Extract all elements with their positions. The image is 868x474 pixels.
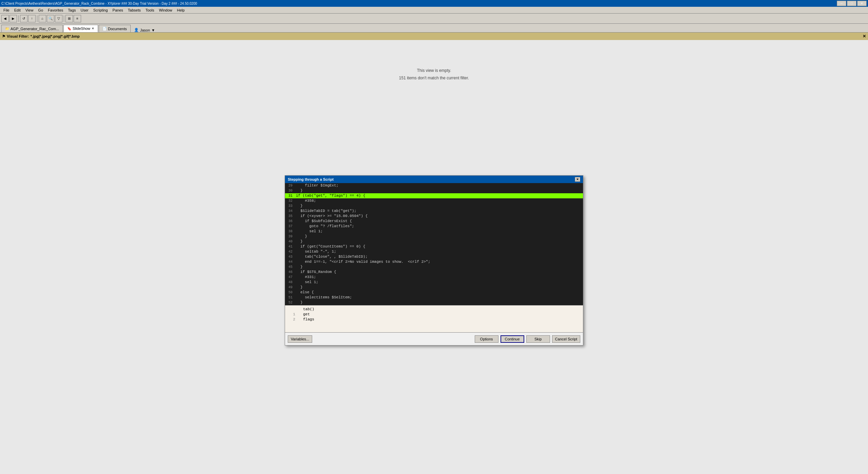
maximize-button[interactable]: □ [847, 1, 856, 6]
line-number: 48 [285, 280, 295, 285]
line-content: #331; [295, 275, 583, 280]
menu-item-tools[interactable]: Tools [144, 8, 156, 13]
line-content: } [295, 264, 583, 270]
title-bar-controls: ─ □ ✕ [837, 1, 867, 6]
line-content: } [295, 188, 583, 193]
code-line-39: 39 } [285, 234, 583, 239]
line-content: if $SubfoldersExist { [295, 219, 583, 224]
tab-slideshow[interactable]: 🔖 SlideShow ✕ [63, 25, 98, 32]
variables-button[interactable]: Variables... [288, 335, 312, 343]
tab-slideshow-close[interactable]: ✕ [92, 27, 94, 30]
tab-xyplorer[interactable]: 📁 AGP_Generator_Rac_Com... [1, 25, 63, 32]
line-number: 51 [285, 295, 295, 300]
code-line-44: 44 end 1==-1, "<crlf 2>No valid images t… [285, 259, 583, 264]
line-number: 45 [285, 264, 295, 270]
skip-button[interactable]: Skip [526, 335, 550, 343]
title-bar: C:\Client Projects\Aethera\Renders\AGP_G… [0, 0, 868, 7]
toolbar-sort-btn[interactable]: ≡ [74, 15, 81, 22]
line-number: 36 [285, 219, 295, 224]
code-line-40: 40 } [285, 239, 583, 244]
bottom-line-content: tab() [297, 307, 314, 312]
toolbar-up-btn[interactable]: ↑ [28, 15, 36, 22]
code-editor[interactable]: 29 filter $ImgExt;30 }31if (tab("get", "… [285, 183, 583, 305]
toolbar: ◀ ▶ ↺ ↑ ⌂ 🔍 ▽ ⊞ ≡ [0, 14, 868, 24]
filter-label: Visual Filter: [7, 34, 29, 38]
toolbar-filter-btn[interactable]: ▽ [55, 15, 62, 22]
code-line-29: 29 filter $ImgExt; [285, 183, 583, 188]
line-content: sel 1; [295, 229, 583, 234]
line-number: 43 [285, 254, 295, 259]
code-line-47: 47 #331; [285, 275, 583, 280]
code-line-37: 37 goto "? /flatfiles"; [285, 224, 583, 229]
toolbar-view-btn[interactable]: ⊞ [65, 15, 73, 22]
user-area: 👤 Jason ▼ [134, 28, 155, 32]
line-content: } [295, 234, 583, 239]
tab-bar: 📁 AGP_Generator_Rac_Com... 🔖 SlideShow ✕… [0, 24, 868, 33]
title-bar-text: C:\Client Projects\Aethera\Renders\AGP_G… [1, 2, 837, 5]
line-content: seltab "-", 1; [295, 249, 583, 254]
toolbar-forward-btn[interactable]: ▶ [10, 15, 17, 22]
code-line-45: 45 } [285, 264, 583, 270]
cancel-script-button[interactable]: Cancel Script [552, 335, 580, 343]
dialog-footer: Variables... Options Continue Skip Cance… [285, 332, 583, 345]
tab-xyplorer-label: AGP_Generator_Rac_Com... [11, 27, 59, 31]
code-line-34: 34 $SlideTabID = tab("get"); [285, 209, 583, 214]
line-number: 30 [285, 188, 295, 193]
menu-item-tags[interactable]: Tags [66, 8, 78, 13]
line-content: } [295, 239, 583, 244]
toolbar-sep-1 [18, 15, 19, 22]
bottom-line-content: flags [297, 317, 314, 322]
menu-item-go[interactable]: Go [36, 8, 45, 13]
code-line-33: 33 } [285, 203, 583, 209]
line-number: 40 [285, 239, 295, 244]
menu-item-tabsets[interactable]: Tabsets [126, 8, 143, 13]
menu-item-edit[interactable]: Edit [12, 8, 23, 13]
tab-slideshow-label: SlideShow [73, 26, 90, 31]
menu-item-view[interactable]: View [23, 8, 36, 13]
menu-item-file[interactable]: File [1, 8, 12, 13]
menu-item-panes[interactable]: Panes [111, 8, 125, 13]
menu-item-window[interactable]: Window [157, 8, 174, 13]
line-content: goto "? /flatfiles"; [295, 224, 583, 229]
code-line-50: 50 else { [285, 290, 583, 295]
code-line-32: 32 #358; [285, 198, 583, 203]
line-number: 38 [285, 229, 295, 234]
main-content: This view is empty. 151 items don't matc… [0, 40, 868, 474]
code-line-38: 38 sel 1; [285, 229, 583, 234]
line-content: filter $ImgExt; [295, 183, 583, 188]
line-number: 33 [285, 203, 295, 209]
line-content: if (get("CountItems") == 0) { [295, 244, 583, 249]
line-content: selectitems $SelItem; [295, 295, 583, 300]
filter-close-button[interactable]: ✕ [863, 34, 866, 39]
line-content: #358; [295, 198, 583, 203]
menu-item-favorites[interactable]: Favorites [46, 8, 65, 13]
toolbar-back-btn[interactable]: ◀ [1, 15, 9, 22]
line-content: if (tab("get", "flags") == 4) { [295, 193, 583, 198]
code-line-46: 46 if $STG_Random { [285, 270, 583, 275]
menu-item-user[interactable]: User [79, 8, 91, 13]
code-line-35: 35 if (<xyver> >= "15.00.0504") { [285, 214, 583, 219]
minimize-button[interactable]: ─ [837, 1, 846, 6]
options-button[interactable]: Options [475, 335, 498, 343]
line-content: } [295, 203, 583, 209]
dialog-close-button[interactable]: ✕ [575, 177, 580, 182]
line-content: tab("close", , $SlideTabID); [295, 254, 583, 259]
toolbar-home-btn[interactable]: ⌂ [39, 15, 46, 22]
close-window-button[interactable]: ✕ [857, 1, 867, 6]
menu-item-scripting[interactable]: Scripting [91, 8, 110, 13]
bottom-line-item: tab() [288, 307, 580, 312]
continue-button[interactable]: Continue [501, 335, 524, 343]
menu-bar: FileEditViewGoFavoritesTagsUserScripting… [0, 7, 868, 14]
line-number: 44 [285, 259, 295, 264]
code-line-30: 30 } [285, 188, 583, 193]
line-content: } [295, 300, 583, 305]
toolbar-search-btn[interactable]: 🔍 [47, 15, 54, 22]
menu-item-help[interactable]: Help [175, 8, 187, 13]
code-line-31: 31if (tab("get", "flags") == 4) { [285, 193, 583, 198]
line-content: sel 1; [295, 280, 583, 285]
tab-documents[interactable]: 📄 Documents [99, 25, 131, 32]
line-number: 32 [285, 198, 295, 203]
toolbar-refresh-btn[interactable]: ↺ [20, 15, 27, 22]
dialog-title: Stepping through a Script [288, 177, 334, 181]
user-dropdown-icon[interactable]: ▼ [151, 28, 155, 32]
